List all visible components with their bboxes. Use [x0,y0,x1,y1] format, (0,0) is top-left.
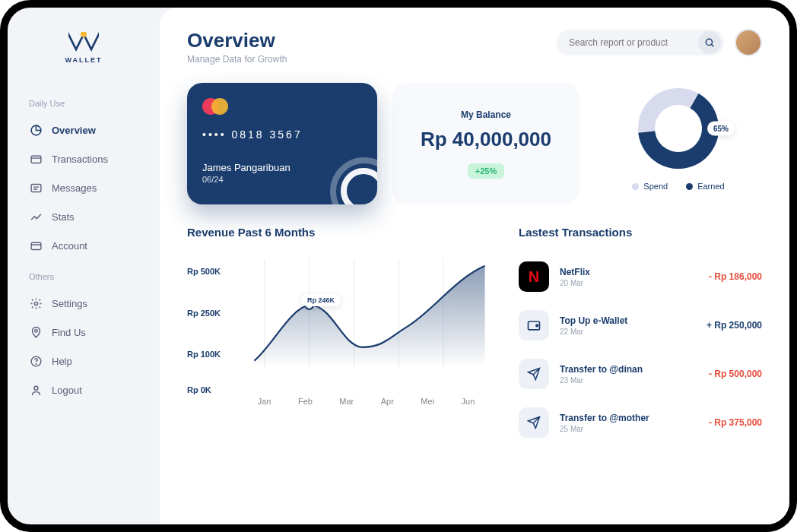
sidebar-item-messages[interactable]: Messages [23,173,144,202]
header-actions [557,29,762,56]
tx-info: NetFlix 20 Mar [560,267,698,287]
svg-point-12 [36,363,37,364]
tx-name: Transfer to @mother [560,413,698,423]
transaction-row[interactable]: Transfer to @dinan 23 Mar - Rp 500,000 [519,350,762,398]
send-icon [519,359,549,389]
page-title: Overview [187,29,287,52]
tx-date: 25 Mar [560,425,698,433]
account-icon [29,239,43,252]
transaction-row[interactable]: Top Up e-Wallet 22 Mar + Rp 250,000 [519,301,762,350]
tx-date: 20 Mar [560,279,698,287]
svg-line-15 [711,44,713,46]
gear-icon [29,296,43,310]
donut-legend: Spend Earned [632,182,724,191]
search-icon [704,37,715,48]
logo-text: WALLET [65,56,103,64]
cards-row: •••• 0818 3567 James Pangaribuan 06/24 M… [187,83,762,204]
svg-point-10 [34,329,37,332]
chart-box: Rp 500K Rp 250K Rp 100K Rp 0K [187,252,488,412]
svg-point-13 [34,386,38,390]
netflix-icon: N [519,261,549,292]
svg-rect-4 [31,184,41,192]
logo: WALLET [23,30,144,64]
sidebar-item-overview[interactable]: Overview [23,116,144,144]
message-icon [29,181,43,195]
sidebar-section-others: Others [29,272,144,281]
legend-earned: Earned [686,182,724,191]
y-axis-label: Rp 500K [187,267,221,276]
nav-label: Overview [52,125,96,136]
search-wrap [557,30,724,55]
balance-amount: Rp 40,000,000 [421,128,551,151]
main-content: Overview Manage Data for Growth •••• 081… [160,8,789,524]
send-icon [519,407,549,438]
transaction-row[interactable]: N NetFlix 20 Mar - Rp 186,000 [519,252,762,301]
card-number: •••• 0818 3567 [202,128,362,141]
sidebar-item-account[interactable]: Account [23,231,144,260]
header-titles: Overview Manage Data for Growth [187,29,287,65]
balance-card: My Balance Rp 40,000,000 +25% [392,83,579,204]
tx-info: Transfer to @dinan 23 Mar [560,364,698,385]
legend-spend: Spend [632,182,668,191]
sidebar-item-findus[interactable]: Find Us [23,318,144,347]
tx-amount: - Rp 375,000 [709,417,762,428]
transaction-row[interactable]: Transfer to @mother 25 Mar - Rp 375,000 [519,398,762,447]
sidebar-item-settings[interactable]: Settings [23,289,144,318]
chart-title: Revenue Past 6 Months [187,226,488,239]
svg-point-25 [536,325,538,327]
location-icon [29,325,43,339]
sidebar-item-logout[interactable]: Logout [23,375,144,404]
search-button[interactable] [698,31,721,54]
svg-rect-7 [31,242,41,249]
sidebar-item-stats[interactable]: Stats [23,202,144,231]
tx-info: Transfer to @mother 25 Mar [560,413,698,433]
svg-rect-2 [31,156,41,163]
credit-card[interactable]: •••• 0818 3567 James Pangaribuan 06/24 [187,83,377,204]
sidebar: WALLET Daily Use Overview Transactions M… [8,8,160,524]
help-icon [29,354,43,368]
tx-amount: - Rp 186,000 [709,271,762,282]
line-chart [244,252,488,375]
mastercard-icon [202,98,362,115]
stats-icon [29,210,43,223]
tx-name: NetFlix [560,267,698,277]
avatar[interactable] [735,29,762,56]
x-label: Mei [421,397,434,406]
tx-date: 22 Mar [560,328,696,336]
y-axis-label: Rp 100K [187,350,221,359]
nav-label: Settings [52,298,87,309]
bottom-row: Revenue Past 6 Months Rp 500K Rp 250K Rp… [187,226,762,447]
y-axis-label: Rp 0K [187,385,211,394]
y-axis-label: Rp 250K [187,309,221,318]
donut-chart: 65% [633,83,724,174]
pie-icon [29,123,43,137]
tx-title: Lastest Transactions [519,226,762,239]
logo-icon [68,30,99,53]
nav-label: Messages [52,182,97,194]
x-label: Mar [339,397,354,406]
nav-label: Transactions [52,154,108,165]
sidebar-item-transactions[interactable]: Transactions [23,144,144,173]
tx-amount: + Rp 250,000 [707,320,762,331]
sidebar-section-daily: Daily Use [29,99,144,108]
svg-point-14 [706,39,712,45]
balance-label: My Balance [461,109,511,120]
card-icon [29,152,43,166]
tx-date: 23 Mar [560,376,698,385]
tx-info: Top Up e-Wallet 22 Mar [560,315,696,336]
sidebar-item-help[interactable]: Help [23,347,144,375]
nav-label: Account [52,240,87,252]
donut-card: 65% Spend Earned [595,83,762,204]
x-label: Apr [381,397,394,406]
nav-label: Find Us [52,327,86,338]
tx-name: Top Up e-Wallet [560,315,696,326]
nav-label: Help [52,356,72,367]
nav-label: Stats [52,211,75,223]
revenue-chart-section: Revenue Past 6 Months Rp 500K Rp 250K Rp… [187,226,488,447]
wallet-icon [519,310,549,340]
header: Overview Manage Data for Growth [187,29,762,65]
balance-change-badge: +25% [468,163,504,179]
nav-label: Logout [52,385,82,396]
logout-icon [29,383,43,397]
x-label: Jun [462,397,475,406]
